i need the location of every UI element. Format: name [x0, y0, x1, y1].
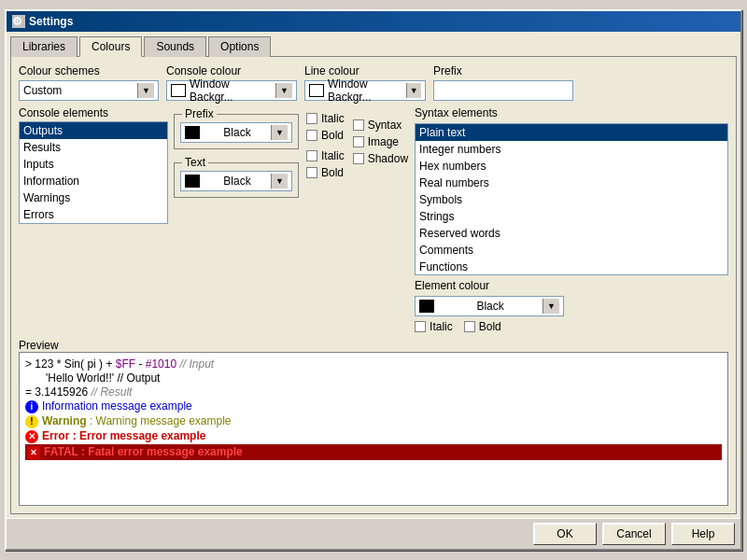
colour-schemes-label: Colour schemes	[19, 64, 159, 77]
list-item-outputs[interactable]: Outputs	[20, 122, 167, 139]
preview-output-line: 'Hello World!!' // Output	[25, 371, 722, 385]
title-bar: ⚙ Settings	[7, 11, 740, 32]
console-colour-value: Window Backgr...	[190, 77, 275, 104]
element-colour-dropdown-row: Black ▼	[415, 296, 728, 316]
list-item-results[interactable]: Results	[20, 139, 167, 156]
element-bold-label: Bold	[479, 320, 501, 333]
preview-error-line: ✕Error : Error message example	[25, 429, 722, 443]
image-checkbox-row: Image	[353, 135, 408, 148]
syntax-list-integer[interactable]: Integer numbers	[416, 141, 727, 158]
preview-input-line: > 123 * Sin( pi ) + $FF - #1010 // Input	[25, 357, 722, 371]
element-colour-value: Black	[476, 300, 503, 313]
line-colour-dropdown[interactable]: Window Backgr... ▼	[304, 80, 426, 101]
prefix-top-group: Prefix	[433, 64, 573, 101]
text-colour-arrow[interactable]: ▼	[271, 174, 288, 189]
console-elements-listbox-wrapper: Outputs Results Inputs Information Warni…	[19, 121, 168, 224]
element-colour-label: Element colour	[415, 279, 728, 292]
element-colour-arrow[interactable]: ▼	[543, 299, 559, 314]
prefix-bold-label: Bold	[321, 129, 344, 142]
syntax-list-hex[interactable]: Hex numbers	[416, 158, 727, 175]
console-elements-label: Console elements	[19, 106, 168, 119]
syntax-list-comments[interactable]: Comments	[416, 242, 727, 259]
colour-schemes-value: Custom	[23, 84, 62, 97]
colour-schemes-arrow[interactable]: ▼	[137, 83, 154, 98]
image-checkbox[interactable]	[353, 136, 364, 147]
help-button[interactable]: Help	[671, 523, 735, 545]
element-colour-dropdown[interactable]: Black ▼	[415, 296, 564, 316]
tab-colours[interactable]: Colours	[79, 36, 142, 57]
prefix-text-groups: Prefix Black ▼ Text	[174, 106, 299, 198]
line-colour-arrow[interactable]: ▼	[406, 83, 421, 98]
syntax-checkbox[interactable]	[353, 119, 364, 131]
syntax-checkbox-row: Syntax	[353, 119, 408, 132]
preview-label: Preview	[19, 339, 59, 352]
window-icon: ⚙	[12, 15, 25, 28]
shadow-checkbox[interactable]	[353, 153, 364, 164]
shadow-checkbox-row: Shadow	[353, 152, 408, 165]
inline-checks: Italic Bold Italic	[306, 106, 345, 198]
console-colour-arrow[interactable]: ▼	[275, 83, 292, 98]
syntax-list-strings[interactable]: Strings	[416, 208, 727, 225]
element-bold-checkbox[interactable]	[464, 321, 475, 332]
image-label: Image	[368, 135, 399, 148]
text-bold-checkbox[interactable]	[306, 167, 317, 178]
fatal-icon: ✕	[27, 446, 40, 459]
console-elements-group: Console elements Outputs Results Inputs …	[19, 106, 168, 224]
syntax-list-symbols[interactable]: Symbols	[416, 191, 727, 208]
preview-section: > 123 * Sin( pi ) + $FF - #1010 // Input…	[19, 352, 728, 506]
console-elements-listbox[interactable]: Outputs Results Inputs Information Warni…	[19, 121, 168, 224]
right-panel: Syntax elements Plain text Integer numbe…	[415, 106, 728, 333]
prefix-checks: Italic Bold	[306, 112, 345, 142]
prefix-bold-checkbox[interactable]	[306, 130, 317, 141]
element-italic-label: Italic	[430, 320, 453, 333]
colour-schemes-dropdown[interactable]: Custom ▼	[19, 80, 159, 101]
prefix-top-label: Prefix	[433, 64, 573, 77]
info-icon: i	[25, 400, 38, 413]
list-item-information[interactable]: Information	[20, 173, 167, 189]
syntax-elements-listbox[interactable]: Plain text Integer numbers Hex numbers R…	[415, 123, 728, 275]
prefix-italic-label: Italic	[321, 112, 345, 125]
text-bold-label: Bold	[321, 166, 344, 179]
syntax-label: Syntax	[368, 119, 402, 132]
prefix-colour-dropdown[interactable]: Black ▼	[180, 122, 292, 143]
colour-schemes-group: Colour schemes Custom ▼	[19, 64, 159, 101]
prefix-bold-row: Bold	[306, 129, 345, 142]
element-italic-checkbox[interactable]	[415, 321, 426, 332]
settings-window: ⚙ Settings Libraries Colours Sounds Opti…	[5, 9, 742, 551]
list-item-inputs[interactable]: Inputs	[20, 156, 167, 173]
prefix-colour-value: Black	[223, 126, 250, 139]
prefix-input[interactable]	[433, 80, 573, 101]
right-checkboxes: Syntax Image Shadow	[352, 106, 409, 198]
syntax-list-functions[interactable]: Functions	[416, 259, 727, 275]
syntax-list-plain-text[interactable]: Plain text	[416, 124, 727, 141]
syntax-elements-label: Syntax elements	[415, 106, 728, 119]
list-item-errors[interactable]: Errors	[20, 206, 167, 223]
cancel-button[interactable]: Cancel	[602, 523, 666, 545]
prefix-italic-row: Italic	[306, 112, 345, 125]
tab-libraries[interactable]: Libraries	[10, 36, 78, 57]
text-bold-row: Bold	[306, 166, 345, 179]
ok-button[interactable]: OK	[533, 523, 597, 545]
text-group: Text Black ▼	[174, 162, 299, 198]
prefix-colour-arrow[interactable]: ▼	[271, 125, 288, 140]
preview-section-wrapper: Preview > 123 * Sin( pi ) + $FF - #1010 …	[19, 339, 728, 506]
element-italic-row: Italic	[415, 320, 453, 333]
console-colour-dropdown[interactable]: Window Backgr... ▼	[166, 80, 297, 101]
prefix-group-title: Prefix	[182, 107, 217, 120]
syntax-list-real[interactable]: Real numbers	[416, 175, 727, 191]
tab-content-colours: Colour schemes Custom ▼ Console colour W…	[10, 56, 737, 514]
element-colour-section: Element colour Black ▼ Italic	[415, 279, 728, 333]
text-colour-value: Black	[223, 175, 250, 188]
tab-options[interactable]: Options	[208, 36, 271, 57]
tab-sounds[interactable]: Sounds	[144, 36, 206, 57]
preview-fatal-line: ✕FATAL : Fatal error message example	[25, 444, 722, 460]
preview-info-line: iInformation message example	[25, 399, 722, 413]
list-item-warnings[interactable]: Warnings	[20, 189, 167, 206]
text-italic-checkbox[interactable]	[306, 150, 317, 161]
middle-inner: Prefix Black ▼ Text	[174, 106, 409, 198]
prefix-italic-checkbox[interactable]	[306, 113, 317, 124]
preview-warning-line: !Warning : Warning message example	[25, 414, 722, 428]
syntax-list-reserved[interactable]: Reserved words	[416, 225, 727, 242]
prefix-colour-swatch	[185, 126, 200, 139]
text-colour-dropdown[interactable]: Black ▼	[180, 171, 292, 191]
